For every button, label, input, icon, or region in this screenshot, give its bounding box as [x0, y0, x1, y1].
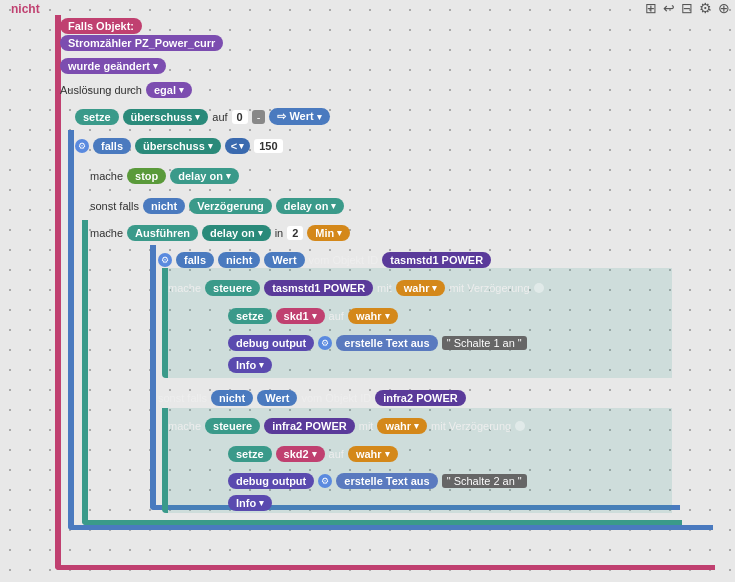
inner-tasmstd1-power-block[interactable]: tasmstd1 POWER [264, 280, 373, 296]
inner-info-dropdown-2[interactable]: Info ▾ [228, 495, 272, 511]
verzogerung-block[interactable]: Verzögerung [189, 198, 272, 214]
inner-mache-label-2: mache [168, 420, 201, 432]
stromzahler-row: Stromzähler PZ_Power_curr [60, 35, 223, 51]
stop-block[interactable]: stop [127, 168, 166, 184]
inner-mache-row: mache steuere tasmstd1 POWER mit wahr ▾ … [168, 280, 544, 296]
falls-label: falls [93, 138, 131, 154]
inner-mit-verzogerung-label-2: mit Verzögerung [431, 420, 511, 432]
inner-info-row-2: Info ▾ [228, 495, 272, 511]
inner-infra2-power-block[interactable]: infra2 POWER [264, 418, 355, 434]
inner-wahr-block-3[interactable]: wahr ▾ [377, 418, 427, 434]
inner-sonst-falls-label: sonst falls [158, 392, 207, 404]
nicht-block-1[interactable]: nicht [143, 198, 185, 214]
uberschuss-dropdown[interactable]: überschuss ▾ [123, 109, 209, 125]
gear-icon-debug-2[interactable]: ⚙ [318, 474, 332, 488]
inner-setze-row: setze skd1 ▾ auf wahr ▾ [228, 308, 398, 324]
inner-wahr-2-dropdown[interactable]: wahr ▾ [348, 308, 398, 324]
inner-falls-row: ⚙ falls nicht Wert vom Objekt ID tasmstd… [158, 252, 491, 268]
geandert-block[interactable]: wurde geändert ▾ [60, 58, 166, 74]
inner-mit-label: mit [377, 282, 392, 294]
inner-mit-verzogerung-label: mit Verzögerung [449, 282, 529, 294]
infra2-block[interactable]: infra2 POWER [375, 390, 466, 406]
lt-dropdown[interactable]: < ▾ [225, 138, 250, 154]
inner-setze-row-2: setze skd2 ▾ auf wahr ▾ [228, 446, 398, 462]
connector-2 [515, 421, 525, 431]
min-dropdown[interactable]: Min ▾ [307, 225, 350, 241]
inner-skd1-dropdown[interactable]: skd1 ▾ [276, 308, 325, 324]
inner-steuere-block-2[interactable]: steuere [205, 418, 260, 434]
geandert-row: wurde geändert ▾ [60, 58, 166, 74]
inner-debug-row: debug output ⚙ erstelle Text aus " Schal… [228, 335, 527, 351]
inner-auf-label-2: auf [329, 448, 344, 460]
sonst-falls-label: sonst falls [90, 200, 139, 212]
inner-schalte2-block[interactable]: " Schalte 2 an " [442, 474, 527, 488]
inner-mache-label: mache [168, 282, 201, 294]
tasmstd1-block[interactable]: tasmstd1 POWER [382, 252, 491, 268]
mache-label-1: mache [90, 170, 123, 182]
inner-wahr-block[interactable]: wahr ▾ [396, 280, 446, 296]
inner-falls-label: falls [176, 252, 214, 268]
mache-label-2: mache [90, 227, 123, 239]
mache-ausfuhren-row: mache Ausführen delay on ▾ in 2 Min ▾ [90, 225, 350, 241]
ausfuhren-block[interactable]: Ausführen [127, 225, 198, 241]
inner-mit-label-2: mit [359, 420, 374, 432]
gear-icon-falls[interactable]: ⚙ [75, 139, 89, 153]
value-150[interactable]: 150 [254, 139, 282, 153]
inner-wert-block-2[interactable]: Wert [257, 390, 297, 406]
toolbar-icon-1[interactable]: ⊞ [645, 0, 657, 16]
mache-stop-row: mache stop delay on ▾ [90, 168, 239, 184]
gear-icon-debug[interactable]: ⚙ [318, 336, 332, 350]
toolbar-icon-3[interactable]: ⊟ [681, 0, 693, 16]
delay-on-block-2[interactable]: delay on ▾ [276, 198, 345, 214]
inner-mache-row-2: mache steuere infra2 POWER mit wahr ▾ mi… [168, 418, 525, 434]
auslosung-label: Auslösung durch [60, 84, 142, 96]
inner-debug-row-2: debug output ⚙ erstelle Text aus " Schal… [228, 473, 527, 489]
inner-debug-block-2: debug output [228, 473, 314, 489]
inner-erstelle-block-2[interactable]: erstelle Text aus [336, 473, 437, 489]
falls-row: ⚙ falls überschuss ▾ < ▾ 150 [75, 138, 283, 154]
auslosung-row: Auslösung durch egal ▾ [60, 82, 192, 98]
inner-sonst-falls-row: sonst falls nicht Wert vom Objekt ID inf… [158, 390, 466, 406]
inner-wert-block[interactable]: Wert [264, 252, 304, 268]
auf-label: auf [212, 111, 227, 123]
inner-vom-objekt-label-2: vom Objekt ID [301, 392, 371, 404]
inner-wahr-4-dropdown[interactable]: wahr ▾ [348, 446, 398, 462]
sonst-falls-row: sonst falls nicht Verzögerung delay on ▾ [90, 198, 344, 214]
inner-nicht-block[interactable]: nicht [218, 252, 260, 268]
toolbar-icon-5[interactable]: ⊕ [718, 0, 730, 16]
egal-dropdown[interactable]: egal ▾ [146, 82, 192, 98]
inner-schalte1-block[interactable]: " Schalte 1 an " [442, 336, 527, 350]
setze-uberschuss-row: setze überschuss ▾ auf 0 - ⇨ Wert ▾ [75, 108, 330, 125]
minus-button[interactable]: - [252, 110, 266, 124]
toolbar-icon-2[interactable]: ↩ [663, 0, 675, 16]
inner-setze-block: setze [228, 308, 272, 324]
stromzahler-block[interactable]: Stromzähler PZ_Power_curr [60, 35, 223, 51]
inner-nicht-block-2[interactable]: nicht [211, 390, 253, 406]
inner-info-row: Info ▾ [228, 357, 272, 373]
wert-block[interactable]: ⇨ Wert ▾ [269, 108, 329, 125]
connector-1 [534, 283, 544, 293]
value-0[interactable]: 0 [232, 110, 248, 124]
inner-setze-block-2: setze [228, 446, 272, 462]
inner-skd2-dropdown[interactable]: skd2 ▾ [276, 446, 325, 462]
delay-on-block-3[interactable]: delay on ▾ [202, 225, 271, 241]
value-2[interactable]: 2 [287, 226, 303, 240]
inner-info-dropdown[interactable]: Info ▾ [228, 357, 272, 373]
inner-vom-objekt-label: vom Objekt ID [309, 254, 379, 266]
falls-objekt-label: Falls Objekt: [60, 18, 142, 34]
nicht-label: nicht [5, 0, 46, 18]
inner-debug-block: debug output [228, 335, 314, 351]
toolbar-icon-4[interactable]: ⚙ [699, 0, 712, 16]
falls-objekt-row: Falls Objekt: [60, 18, 142, 34]
inner-erstelle-block[interactable]: erstelle Text aus [336, 335, 437, 351]
inner-steuere-block[interactable]: steuere [205, 280, 260, 296]
delay-on-block-1[interactable]: delay on ▾ [170, 168, 239, 184]
uberschuss-falls-dropdown[interactable]: überschuss ▾ [135, 138, 221, 154]
setze-label: setze [75, 109, 119, 125]
inner-auf-label: auf [329, 310, 344, 322]
in-label: in [275, 227, 284, 239]
gear-icon-inner-falls[interactable]: ⚙ [158, 253, 172, 267]
